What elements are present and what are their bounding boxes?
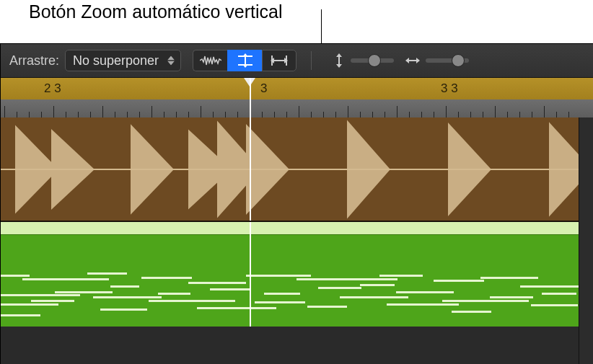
midi-note[interactable] bbox=[246, 275, 311, 277]
ruler-mark: 2 3 bbox=[44, 81, 61, 96]
audio-track-region[interactable] bbox=[1, 117, 593, 222]
midi-note[interactable] bbox=[110, 285, 139, 288]
midi-note[interactable] bbox=[158, 293, 190, 295]
midi-note[interactable] bbox=[255, 301, 305, 303]
midi-note[interactable] bbox=[149, 300, 235, 302]
svg-marker-0 bbox=[167, 56, 175, 61]
midi-note[interactable] bbox=[452, 311, 491, 313]
horizontal-auto-zoom-button[interactable] bbox=[262, 50, 296, 71]
midi-note[interactable] bbox=[490, 296, 533, 298]
zoom-button-group bbox=[193, 50, 296, 71]
midi-note[interactable] bbox=[379, 275, 423, 277]
midi-note[interactable] bbox=[307, 306, 347, 308]
vertical-auto-zoom-button[interactable] bbox=[227, 50, 262, 71]
waveform-button[interactable] bbox=[193, 50, 227, 71]
waveform-icon bbox=[200, 54, 221, 67]
midi-note[interactable] bbox=[1, 314, 40, 316]
playhead[interactable] bbox=[250, 99, 251, 117]
select-arrows-icon bbox=[167, 56, 175, 66]
toolbar-separator bbox=[311, 51, 312, 70]
midi-note[interactable] bbox=[480, 277, 538, 279]
editor-window: Arrastre: No superponer bbox=[0, 43, 593, 364]
horizontal-zoom-slider[interactable] bbox=[426, 58, 469, 63]
midi-note[interactable] bbox=[210, 288, 250, 290]
midi-note[interactable] bbox=[141, 277, 192, 279]
zoom-sliders bbox=[333, 53, 469, 68]
midi-note[interactable] bbox=[318, 287, 361, 289]
midi-note[interactable] bbox=[1, 275, 30, 277]
ruler-mark: 3 3 bbox=[441, 81, 458, 96]
midi-note[interactable] bbox=[1, 303, 58, 306]
slider-knob[interactable] bbox=[452, 54, 465, 67]
midi-note[interactable] bbox=[87, 272, 127, 275]
vzoom-auto-icon bbox=[235, 53, 255, 68]
svg-marker-13 bbox=[336, 53, 342, 57]
right-edge bbox=[579, 117, 593, 364]
svg-marker-16 bbox=[405, 58, 409, 63]
midi-note[interactable] bbox=[31, 300, 74, 302]
midi-note[interactable] bbox=[1, 294, 80, 296]
tick-ruler[interactable] bbox=[1, 99, 593, 117]
bar-ruler[interactable]: 2 3 3 3 3 bbox=[1, 78, 593, 99]
midi-note[interactable] bbox=[100, 308, 147, 311]
midi-note[interactable] bbox=[197, 307, 276, 309]
midi-note[interactable] bbox=[396, 291, 454, 293]
midi-note[interactable] bbox=[296, 278, 397, 280]
midi-region-header[interactable] bbox=[1, 222, 593, 235]
midi-note[interactable] bbox=[188, 282, 246, 284]
midi-note[interactable] bbox=[22, 278, 109, 280]
midi-note[interactable] bbox=[93, 296, 162, 298]
svg-marker-5 bbox=[242, 53, 248, 57]
playhead bbox=[250, 222, 251, 327]
midi-note[interactable] bbox=[542, 293, 576, 295]
vertical-zoom-slider[interactable] bbox=[351, 58, 394, 63]
midi-note[interactable] bbox=[442, 300, 529, 302]
hzoom-auto-icon bbox=[269, 53, 289, 68]
midi-note[interactable] bbox=[531, 304, 578, 306]
midi-note[interactable] bbox=[340, 296, 408, 298]
audio-waveform bbox=[1, 117, 579, 222]
slider-knob[interactable] bbox=[368, 54, 381, 67]
midi-note[interactable] bbox=[264, 293, 300, 295]
ruler-mark: 3 bbox=[260, 81, 267, 96]
svg-marker-1 bbox=[167, 61, 175, 66]
midi-track-region[interactable] bbox=[1, 222, 593, 327]
midi-note[interactable] bbox=[434, 280, 484, 282]
midi-note[interactable] bbox=[387, 303, 459, 306]
playhead[interactable] bbox=[250, 78, 251, 99]
midi-note[interactable] bbox=[360, 284, 395, 286]
playhead bbox=[250, 117, 251, 221]
drag-mode-value: No superponer bbox=[73, 53, 159, 68]
callout-label: Botón Zoom automático vertical bbox=[29, 1, 283, 22]
svg-marker-14 bbox=[336, 64, 342, 68]
vzoom-icon bbox=[333, 53, 345, 68]
svg-marker-17 bbox=[416, 58, 420, 63]
drag-mode-select[interactable]: No superponer bbox=[65, 50, 181, 71]
toolbar: Arrastre: No superponer bbox=[1, 44, 593, 78]
hzoom-icon bbox=[405, 55, 420, 66]
drag-label: Arrastre: bbox=[9, 53, 59, 68]
midi-note[interactable] bbox=[55, 291, 113, 293]
svg-marker-6 bbox=[242, 64, 248, 68]
